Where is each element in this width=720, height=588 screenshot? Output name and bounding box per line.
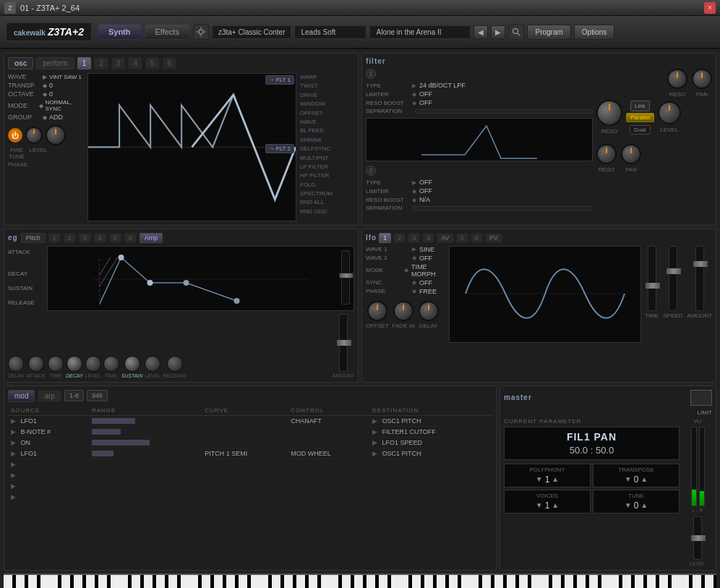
eg-tab-5[interactable]: 5 xyxy=(109,233,121,243)
row3-range-bar[interactable] xyxy=(92,440,150,446)
lfo-offset-knob[interactable] xyxy=(367,301,387,321)
flt2-button[interactable]: → FLT 2 xyxy=(265,144,294,153)
window-param[interactable]: WINDOW xyxy=(300,100,354,108)
mod-range-946[interactable]: 946 xyxy=(87,390,108,401)
f2-separation-bar[interactable] xyxy=(412,206,593,210)
drive-param[interactable]: DRIVE xyxy=(300,91,354,100)
eg-amount-fader[interactable] xyxy=(339,314,348,372)
program-button[interactable]: Program xyxy=(527,25,570,40)
transp-arrow[interactable]: ◆ xyxy=(43,82,47,89)
osc-num-1[interactable]: 1 xyxy=(77,57,92,69)
twist-param[interactable]: TWIST xyxy=(300,82,354,90)
offset-param[interactable]: OFFSET xyxy=(300,109,354,118)
eg-attack-knob[interactable] xyxy=(28,356,44,372)
lfo-delay-knob[interactable] xyxy=(419,301,439,321)
lfo-tab-4[interactable]: 4 xyxy=(422,233,434,243)
multipnt-param[interactable]: MULTIPNT xyxy=(300,154,354,163)
eg-delay-knob[interactable] xyxy=(8,356,24,372)
cutoff-knob[interactable] xyxy=(596,100,622,126)
row2-range-bar[interactable] xyxy=(92,429,121,435)
eg-amount-thumb[interactable] xyxy=(337,340,351,346)
eg-decay-knob[interactable] xyxy=(67,356,82,372)
eg-release-knob[interactable] xyxy=(167,356,183,372)
mode-arrow[interactable]: ◆ xyxy=(39,103,43,109)
lfo-speed-fader-thumb[interactable] xyxy=(667,268,681,274)
tune-down-button[interactable]: ▼ xyxy=(625,501,632,509)
mod-range-1-8[interactable]: 1-8 xyxy=(64,390,84,401)
synth-button[interactable]: Synth xyxy=(98,24,142,40)
osc-num-6[interactable]: 6 xyxy=(163,57,177,69)
lfo-tab-2[interactable]: 2 xyxy=(393,233,406,243)
lfo-tab-6[interactable]: 6 xyxy=(471,233,483,243)
lfo-tab-3[interactable]: 3 xyxy=(408,233,420,243)
row3-arrow[interactable]: ▶ xyxy=(11,439,16,446)
fold-param[interactable]: FOLD xyxy=(300,181,354,189)
tune-up-button[interactable]: ▲ xyxy=(640,501,648,509)
preset-category[interactable]: z3ta+ Classic Conter xyxy=(212,25,292,39)
row1-arrow[interactable]: ▶ xyxy=(11,417,16,425)
lfo-phase-arrow[interactable]: ◆ xyxy=(412,288,416,294)
group-arrow[interactable]: ◆ xyxy=(43,114,47,121)
search-icon[interactable] xyxy=(508,24,524,40)
eg-sustain-knob[interactable] xyxy=(124,356,140,372)
fine-tune-knob[interactable] xyxy=(25,127,43,144)
row6-arrow[interactable]: ▶ xyxy=(11,472,16,479)
eg-amp-tab[interactable]: Amp xyxy=(140,233,163,243)
polyphony-up-button[interactable]: ▲ xyxy=(552,475,559,483)
close-button[interactable]: × xyxy=(704,2,716,14)
lpfilter-param[interactable]: LP FILTER xyxy=(300,163,354,171)
level1-knob[interactable] xyxy=(658,101,681,124)
selfsync-param[interactable]: SELFSYNC xyxy=(300,145,354,153)
perform-tab[interactable]: perform xyxy=(36,57,74,69)
row3-dest-arrow[interactable]: ▶ xyxy=(372,439,377,446)
eg-tab-2[interactable]: 2 xyxy=(64,233,76,243)
prev-preset-button[interactable]: ◀ xyxy=(473,25,488,39)
level-knob-osc[interactable] xyxy=(46,125,66,145)
eg-tab-6[interactable]: 6 xyxy=(124,233,137,243)
lfo-time-fader-thumb[interactable] xyxy=(646,283,660,289)
lfo-wave2-arrow[interactable]: ◆ xyxy=(412,255,416,261)
reso2-knob[interactable] xyxy=(596,144,617,164)
preset-song[interactable]: Alone in the Arena II xyxy=(369,25,471,39)
eg-slevel-knob[interactable] xyxy=(145,356,160,372)
f1-resoboost-arrow[interactable]: ◆ xyxy=(412,100,416,106)
lfo-fadein-knob[interactable] xyxy=(393,301,413,321)
osc-num-5[interactable]: 5 xyxy=(145,57,160,69)
eg-time-knob[interactable] xyxy=(48,356,64,372)
transpose-up-button[interactable]: ▲ xyxy=(640,475,648,483)
reso1-knob[interactable] xyxy=(667,69,687,89)
row7-arrow[interactable]: ▶ xyxy=(11,482,16,490)
eg-tab-3[interactable]: 3 xyxy=(79,233,91,243)
pan1-knob[interactable] xyxy=(692,69,712,89)
wave-param[interactable]: WAVE xyxy=(300,118,354,127)
lfo-amount-fader-thumb[interactable] xyxy=(693,261,708,267)
eg-tab-1[interactable]: 1 xyxy=(48,233,61,243)
polyphony-down-button[interactable]: ▼ xyxy=(536,475,543,483)
osc-tab[interactable]: osc xyxy=(8,57,33,69)
osc-num-2[interactable]: 2 xyxy=(94,57,108,69)
limit-button[interactable] xyxy=(690,390,712,406)
f2-type-arrow[interactable]: ▶ xyxy=(412,179,416,186)
eg-pitch-tab[interactable]: Pitch xyxy=(21,233,46,243)
hpfilter-param[interactable]: HP FILTER xyxy=(300,171,354,180)
rndall-param[interactable]: RND ALL xyxy=(300,198,354,207)
shrink-param[interactable]: SHRINK xyxy=(300,136,354,145)
lfo-mode-arrow[interactable]: ◆ xyxy=(404,267,408,273)
row4-dest-arrow[interactable]: ▶ xyxy=(372,450,377,457)
lfo-tab-pv[interactable]: PV xyxy=(485,233,502,243)
f1-separation-bar[interactable] xyxy=(415,109,593,114)
dual-button[interactable]: Dual xyxy=(630,125,650,135)
lfo-tab-1[interactable]: 1 xyxy=(379,233,391,243)
flt1-button[interactable]: → FLT 1 xyxy=(265,75,294,85)
f2-limiter-arrow[interactable]: ◆ xyxy=(412,188,416,195)
row2-arrow[interactable]: ▶ xyxy=(11,428,16,435)
eg-tab-4[interactable]: 4 xyxy=(94,233,106,243)
lfo-tab-av[interactable]: AV xyxy=(437,233,453,243)
lfo-tab-5[interactable]: 5 xyxy=(456,233,468,243)
eg-fader-thumb[interactable] xyxy=(339,273,353,278)
osc-power-button[interactable]: ⏻ xyxy=(8,128,22,142)
f1-type-arrow[interactable]: ▶ xyxy=(412,82,416,89)
osc-num-3[interactable]: 3 xyxy=(111,57,126,69)
parallel-button[interactable]: Parallel xyxy=(626,113,654,122)
warp-param[interactable]: WARP xyxy=(300,73,354,82)
